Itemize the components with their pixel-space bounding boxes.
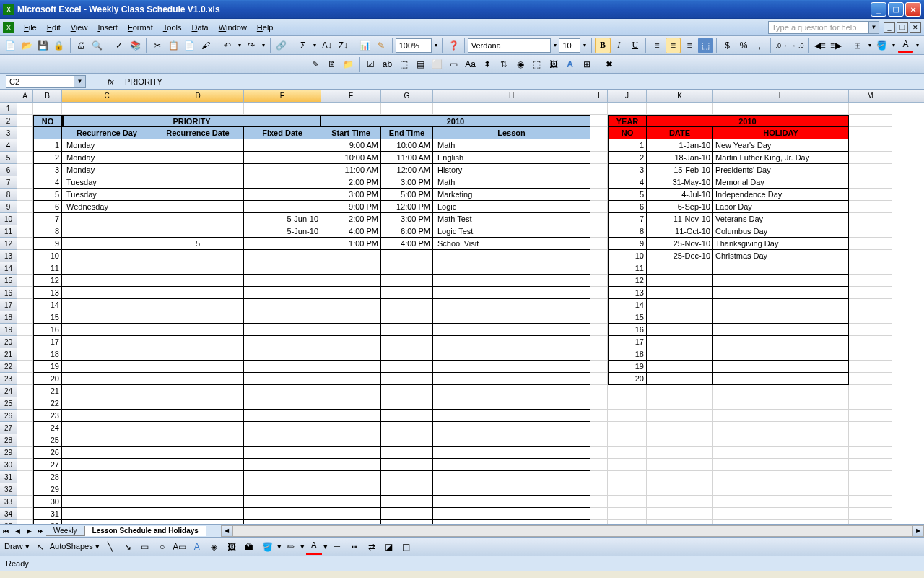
cell-H8[interactable]: Marketing bbox=[433, 189, 590, 201]
col-header-F[interactable]: F bbox=[321, 90, 381, 102]
form-a-icon[interactable]: A bbox=[562, 56, 578, 72]
cell-K12[interactable]: 25-Nov-10 bbox=[647, 238, 713, 250]
cell-G35[interactable] bbox=[381, 520, 433, 525]
paste-icon[interactable]: 📄 bbox=[182, 38, 197, 53]
cell-D25[interactable] bbox=[152, 397, 244, 410]
name-box[interactable]: C2 bbox=[6, 75, 74, 88]
cell-L9[interactable]: Labor Day bbox=[713, 201, 849, 213]
cell-K25[interactable] bbox=[647, 397, 713, 410]
cell-M5[interactable] bbox=[849, 152, 892, 164]
cell-F32[interactable] bbox=[321, 483, 381, 496]
cell-L20[interactable] bbox=[713, 336, 849, 348]
cell-H22[interactable] bbox=[433, 361, 590, 373]
cell-B29[interactable]: 26 bbox=[33, 447, 62, 459]
cell-M29[interactable] bbox=[849, 447, 892, 459]
hscroll-left[interactable]: ◀ bbox=[221, 525, 232, 537]
col-header-M[interactable]: M bbox=[849, 90, 892, 102]
cell-C26[interactable] bbox=[62, 410, 152, 422]
col-header-J[interactable]: J bbox=[608, 90, 647, 102]
col-header-A[interactable]: A bbox=[17, 90, 33, 102]
cell-C17[interactable] bbox=[62, 299, 152, 311]
zoom-dropdown[interactable]: ▾ bbox=[432, 42, 440, 48]
cell-F23[interactable] bbox=[321, 373, 381, 385]
cell-G34[interactable] bbox=[381, 508, 433, 520]
cell-B24[interactable]: 21 bbox=[33, 385, 62, 397]
cell-D32[interactable] bbox=[152, 483, 244, 496]
cell-J26[interactable] bbox=[608, 410, 647, 422]
clipart-icon[interactable]: 🖼 bbox=[224, 539, 240, 555]
drawing-icon[interactable]: ✎ bbox=[373, 38, 388, 53]
cell-C11[interactable] bbox=[62, 225, 152, 238]
align-right-icon[interactable]: ≡ bbox=[681, 38, 697, 53]
cell-L31[interactable] bbox=[713, 471, 849, 483]
cell-E27[interactable] bbox=[244, 422, 321, 434]
cell-H15[interactable] bbox=[433, 275, 590, 287]
spreadsheet-grid[interactable]: ABCDEFGHIJKLM 12NOPRIORITY2010YEAR20103R… bbox=[0, 90, 924, 525]
cell-K29[interactable] bbox=[647, 447, 713, 459]
cell-I21[interactable] bbox=[590, 348, 608, 361]
cell-I34[interactable] bbox=[590, 508, 608, 520]
cell-M33[interactable] bbox=[849, 496, 892, 508]
cell-D34[interactable] bbox=[152, 508, 244, 520]
mdi-restore[interactable]: ❐ bbox=[897, 22, 908, 33]
cell-B25[interactable]: 22 bbox=[33, 397, 62, 410]
cell-B16[interactable]: 13 bbox=[33, 287, 62, 299]
draw-font-color-icon[interactable]: A bbox=[306, 539, 322, 555]
cell-F10[interactable]: 2:00 PM bbox=[321, 213, 381, 225]
cell-I10[interactable] bbox=[590, 213, 608, 225]
cell-M7[interactable] bbox=[849, 176, 892, 189]
cell-E28[interactable] bbox=[244, 434, 321, 447]
fontcolor-dropdown[interactable]: ▾ bbox=[914, 42, 921, 48]
cell-G5[interactable]: 11:00 AM bbox=[381, 152, 433, 164]
cell-A7[interactable] bbox=[17, 176, 33, 189]
cell-C5[interactable]: Monday bbox=[62, 152, 152, 164]
cell-K18[interactable] bbox=[647, 311, 713, 324]
cell-E8[interactable] bbox=[244, 189, 321, 201]
cell-G7[interactable]: 3:00 PM bbox=[381, 176, 433, 189]
cell-G26[interactable] bbox=[381, 410, 433, 422]
cell-C18[interactable] bbox=[62, 311, 152, 324]
undo-dropdown[interactable]: ▾ bbox=[236, 42, 243, 48]
cell-I19[interactable] bbox=[590, 324, 608, 336]
mdi-minimize[interactable]: _ bbox=[884, 22, 895, 33]
font-dropdown[interactable]: ▾ bbox=[552, 42, 559, 48]
cell-K21[interactable] bbox=[647, 348, 713, 361]
redo-dropdown[interactable]: ▾ bbox=[260, 42, 267, 48]
cell-A14[interactable] bbox=[17, 262, 33, 275]
cell-G12[interactable]: 4:00 PM bbox=[381, 238, 433, 250]
sort-asc-icon[interactable]: A↓ bbox=[319, 38, 334, 53]
form-label-icon[interactable]: Aa bbox=[463, 56, 479, 72]
row-header-5[interactable]: 5 bbox=[0, 152, 17, 164]
cell-E30[interactable] bbox=[244, 459, 321, 471]
cell-C8[interactable]: Tuesday bbox=[62, 189, 152, 201]
cell-A17[interactable] bbox=[17, 299, 33, 311]
cell-A5[interactable] bbox=[17, 152, 33, 164]
cell-B22[interactable]: 19 bbox=[33, 361, 62, 373]
cell-M3[interactable] bbox=[849, 127, 892, 139]
cell-I35[interactable] bbox=[590, 520, 608, 525]
cell-D29[interactable] bbox=[152, 447, 244, 459]
cell-L30[interactable] bbox=[713, 459, 849, 471]
cell-A2[interactable] bbox=[17, 115, 33, 127]
cell-E17[interactable] bbox=[244, 299, 321, 311]
cell-D8[interactable] bbox=[152, 189, 244, 201]
row-header-24[interactable]: 24 bbox=[0, 385, 17, 397]
cell-E33[interactable] bbox=[244, 496, 321, 508]
cell-I13[interactable] bbox=[590, 250, 608, 262]
col-header-H[interactable]: H bbox=[433, 90, 590, 102]
font-color-icon[interactable]: A bbox=[898, 38, 913, 53]
inc-decimal-icon[interactable]: .0→ bbox=[774, 38, 789, 53]
cell-B14[interactable]: 11 bbox=[33, 262, 62, 275]
zoom-input[interactable] bbox=[396, 38, 432, 53]
shadow-icon[interactable]: ◪ bbox=[381, 539, 397, 555]
cell-K35[interactable] bbox=[647, 520, 713, 525]
row-header-1[interactable]: 1 bbox=[0, 103, 17, 115]
cell-A10[interactable] bbox=[17, 213, 33, 225]
row-header-30[interactable]: 30 bbox=[0, 459, 17, 471]
form-button-icon[interactable]: ⬜ bbox=[430, 56, 445, 72]
underline-button[interactable]: U bbox=[627, 38, 642, 53]
cell-M25[interactable] bbox=[849, 397, 892, 410]
cell-B28[interactable]: 25 bbox=[33, 434, 62, 447]
cell-K7[interactable]: 31-May-10 bbox=[647, 176, 713, 189]
cell-F27[interactable] bbox=[321, 422, 381, 434]
